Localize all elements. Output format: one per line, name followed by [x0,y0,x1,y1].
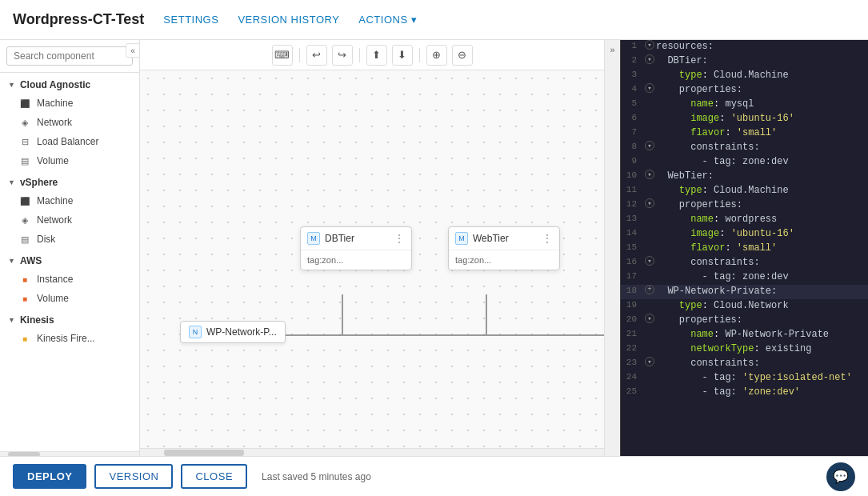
code-line: 10▾ WebTier: [621,170,868,184]
sidebar-collapse-button[interactable]: « [126,43,140,58]
canvas-hscrollbar[interactable] [140,448,604,456]
line-content: - tag: zone:dev [656,155,868,167]
sidebar-item-label: Machine [37,195,73,206]
line-number: 6 [621,112,643,122]
webtier-node[interactable]: M WebTier ⋮ tag:zon... [448,226,560,270]
dbtier-node[interactable]: M DBTier ⋮ tag:zon... [300,226,412,270]
sidebar-item-disk[interactable]: Disk [0,230,139,249]
close-button[interactable]: CLOSE [181,464,247,489]
line-gutter[interactable]: ▾ [643,314,656,323]
code-line: 5 name: mysql [621,98,868,112]
category-label: Kinesis [20,314,54,326]
sidebar-item-lb[interactable]: Load Balancer [0,132,139,151]
line-number: 9 [621,155,643,166]
network-node-icon: N [189,326,202,338]
line-content: WebTier: [656,170,868,182]
upload-button[interactable]: ⬆ [366,45,387,66]
line-gutter[interactable]: ▾ [643,256,656,266]
right-panel-toggle[interactable]: » [604,40,620,456]
node-tag: tag:zon... [455,255,491,265]
node-type-icon: M [455,232,468,245]
sidebar-item-label: Machine [37,98,73,109]
zoom-in-button[interactable]: ⊕ [426,45,447,66]
line-content: type: Cloud.Machine [656,69,868,81]
webtier-network-line [486,294,487,336]
nav-actions[interactable]: ACTIONS ▾ [358,14,417,26]
lb-icon [19,136,30,147]
line-content: WP-Network-Private: [656,285,868,297]
wp-network-node[interactable]: N WP-Network-P... [180,321,286,343]
line-number: 18 [621,285,643,295]
sidebar-item-label: Volume [37,155,69,166]
sidebar-item-kinesis-fire[interactable]: Kinesis Fire... [0,329,139,348]
code-line: 23▾ constraints: [621,357,868,371]
category-vsphere[interactable]: ▼ vSphere [0,170,139,191]
line-content: constraints: [656,357,868,369]
line-content: constraints: [656,256,868,268]
category-cloud-agnostic[interactable]: ▼ Cloud Agnostic [0,73,139,94]
line-number: 4 [621,83,643,94]
category-kinesis[interactable]: ▼ Kinesis [0,308,139,329]
sidebar-item-network-cloud[interactable]: Network [0,113,139,132]
line-number: 16 [621,256,643,266]
nav-version-history[interactable]: VERSION HISTORY [238,14,339,26]
keyboard-button[interactable]: ⌨ [272,45,293,66]
expand-dot: ▾ [645,256,654,266]
line-gutter[interactable]: ▾ [643,54,656,64]
line-number: 8 [621,141,643,151]
chat-button[interactable]: 💬 [826,462,855,491]
undo-button[interactable]: ↩ [306,45,327,66]
sidebar-hscroll[interactable] [0,451,139,456]
line-content: flavor: 'small' [656,242,868,254]
download-button[interactable]: ⬇ [392,45,413,66]
code-line: 12▾ properties: [621,198,868,213]
sidebar-item-instance[interactable]: Instance [0,270,139,289]
line-number: 3 [621,69,643,79]
vol-aws-icon [19,293,30,304]
design-canvas[interactable]: M DBTier ⋮ tag:zon... M WebTier ⋮ [140,70,604,448]
line-gutter[interactable]: + [643,285,656,294]
line-number: 5 [621,98,643,108]
line-content: image: 'ubuntu-16' [656,227,868,239]
line-number: 13 [621,213,643,223]
canvas-toolbar: ⌨ ↩ ↪ ⬆ ⬇ ⊕ ⊖ [140,40,604,70]
sidebar-hscroll-thumb [8,452,40,456]
node-menu-button[interactable]: ⋮ [394,232,405,245]
footer: DEPLOY VERSION CLOSE Last saved 5 minute… [0,456,868,496]
dbtier-network-line [342,294,343,336]
redo-button[interactable]: ↪ [332,45,353,66]
line-number: 12 [621,198,643,209]
line-number: 24 [621,371,643,382]
line-gutter[interactable]: ▾ [643,357,656,366]
machine-icon [19,98,30,109]
line-gutter[interactable]: ▾ [643,141,656,150]
sidebar-item-machine-cloud[interactable]: Machine [0,94,139,113]
sidebar-item-machine-vsphere[interactable]: Machine [0,191,139,210]
sidebar-item-label: Volume [37,293,69,304]
sidebar-item-label: Network [37,214,72,226]
deploy-button[interactable]: DEPLOY [13,464,86,489]
category-label: Cloud Agnostic [20,79,90,90]
line-gutter[interactable]: ▾ [643,170,656,179]
version-button[interactable]: VERSION [94,464,173,489]
search-input[interactable] [6,46,133,66]
node-label: DBTier [325,233,354,244]
zoom-out-button[interactable]: ⊖ [452,45,473,66]
code-line: 3 type: Cloud.Machine [621,69,868,83]
line-number: 10 [621,170,643,180]
line-number: 19 [621,299,643,310]
node-menu-button[interactable]: ⋮ [542,232,553,245]
nav-settings[interactable]: SETTINGS [163,14,218,26]
line-gutter[interactable]: ▾ [643,40,656,50]
line-content: - tag: 'type:isolated-net' [656,371,868,383]
disk-icon [19,234,30,245]
footer-status: Last saved 5 minutes ago [262,471,371,482]
sidebar-item-volume-aws[interactable]: Volume [0,289,139,308]
category-aws[interactable]: ▼ AWS [0,249,139,270]
sidebar-item-volume-cloud[interactable]: Volume [0,151,139,170]
chevron-icon: ▼ [8,178,15,186]
line-gutter[interactable]: ▾ [643,198,656,208]
line-gutter[interactable]: ▾ [643,83,656,93]
sidebar-item-network-vsphere[interactable]: Network [0,210,139,230]
sidebar-item-label: Load Balancer [37,136,98,147]
